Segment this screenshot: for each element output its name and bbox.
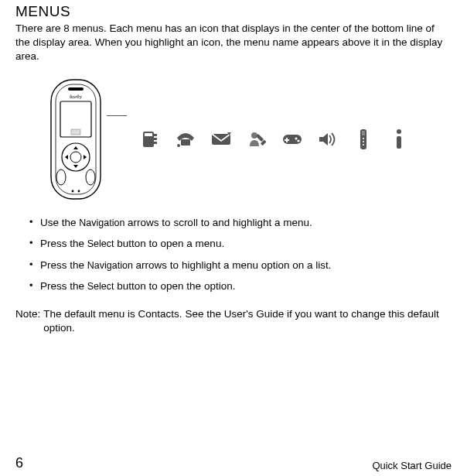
svg-point-11: [56, 170, 66, 185]
svg-rect-20: [181, 139, 190, 146]
instruction-list: Use the Navigation arrows to scroll to a…: [29, 216, 452, 293]
svg-point-13: [72, 190, 74, 192]
svg-point-36: [397, 129, 401, 134]
svg-rect-32: [362, 131, 365, 135]
button-name: Navigation: [87, 260, 133, 271]
sounds-icon: [317, 128, 339, 150]
button-name: Navigation: [79, 217, 124, 228]
bullet-pre: Press the: [40, 280, 87, 292]
svg-rect-18: [154, 138, 157, 140]
svg-point-28: [295, 137, 297, 139]
svg-point-34: [363, 141, 364, 142]
games-icon: [281, 128, 303, 150]
bullet-post: button to open a menu.: [114, 238, 225, 249]
intro-paragraph: There are 8 menus. Each menu has an icon…: [15, 22, 452, 64]
list-item: Use the Navigation arrows to scroll to a…: [29, 216, 452, 230]
illustration-row: firefly: [45, 78, 452, 200]
svg-rect-2: [68, 87, 84, 91]
svg-point-14: [78, 190, 80, 192]
note-body: The default menu is Contacts. See the Us…: [43, 307, 452, 335]
svg-point-21: [177, 144, 180, 147]
svg-point-12: [86, 170, 95, 185]
svg-rect-27: [285, 139, 289, 141]
manual-page: MENUS There are 8 menus. Each menu has a…: [0, 3, 467, 476]
svg-point-23: [251, 132, 257, 139]
messages-icon: [210, 128, 232, 150]
svg-marker-30: [319, 133, 328, 146]
settings-icon: [246, 128, 268, 150]
note-label: Note:: [15, 307, 40, 335]
note-block: Note: The default menu is Contacts. See …: [15, 307, 452, 335]
svg-point-33: [363, 138, 364, 139]
info-icon: [388, 128, 410, 150]
svg-rect-37: [397, 136, 401, 149]
button-name: Select: [87, 238, 114, 249]
contacts-icon: [139, 128, 161, 150]
bullet-pre: Press the: [40, 238, 87, 249]
list-item: Press the Navigation arrows to highlight…: [29, 259, 452, 272]
tools-icon: [353, 128, 374, 150]
phone-illustration: firefly: [45, 78, 107, 200]
svg-point-35: [363, 144, 364, 146]
svg-rect-17: [154, 134, 157, 136]
calls-icon: [175, 128, 196, 150]
menu-icons-strip: [139, 128, 410, 150]
svg-rect-16: [145, 133, 152, 136]
page-footer: 6 Quick Start Guide: [15, 455, 452, 471]
button-name: Select: [87, 281, 114, 292]
bullet-post: arrows to scroll to and highlight a menu…: [124, 217, 312, 228]
svg-point-6: [70, 152, 81, 163]
page-number: 6: [15, 455, 23, 471]
list-item: Press the Select button to open the opti…: [29, 279, 452, 293]
footer-title: Quick Start Guide: [372, 460, 452, 471]
svg-rect-4: [71, 129, 80, 135]
bullet-post: arrows to highlight a menu option on a l…: [133, 259, 332, 271]
callout-line: [107, 115, 127, 116]
bullet-pre: Press the: [40, 259, 87, 271]
bullet-pre: Use the: [40, 217, 79, 228]
list-item: Press the Select button to open a menu.: [29, 237, 452, 251]
phone-brand-label: firefly: [70, 94, 83, 99]
svg-point-29: [297, 139, 299, 142]
svg-rect-19: [154, 142, 157, 144]
bullet-post: button to open the option.: [114, 280, 236, 292]
page-heading: MENUS: [15, 3, 452, 20]
